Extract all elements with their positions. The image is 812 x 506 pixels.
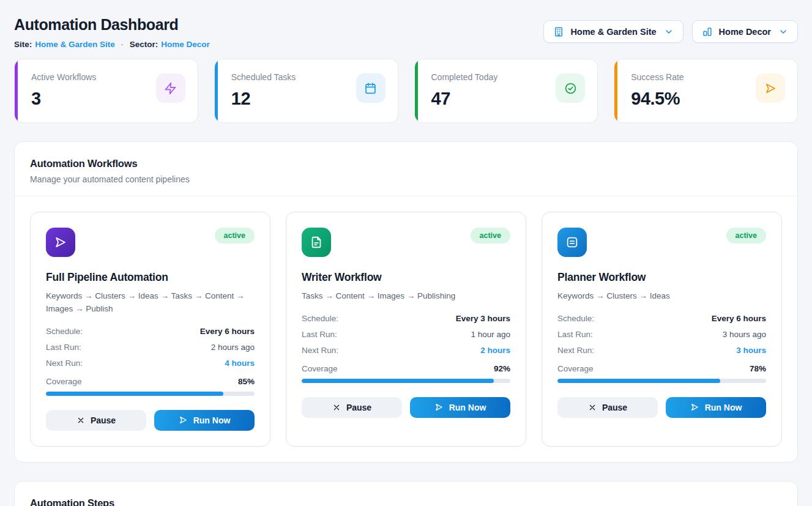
schedule-label: Schedule: bbox=[302, 314, 338, 323]
stat-card-success-rate: Success Rate 94.5% bbox=[614, 59, 798, 123]
last-run-value: 1 hour ago bbox=[471, 330, 510, 339]
building-icon bbox=[553, 26, 564, 37]
coverage-progress-fill bbox=[46, 392, 223, 396]
stat-value: 94.5% bbox=[631, 89, 683, 109]
sector-selector-label: Home Decor bbox=[719, 27, 771, 37]
workflow-meta: Schedule: Every 6 hours Last Run: 3 hour… bbox=[557, 314, 766, 355]
schedule-row: Schedule: Every 6 hours bbox=[46, 327, 255, 336]
breadcrumb: Site: Home & Garden Site · Sector: Home … bbox=[14, 40, 210, 49]
x-icon bbox=[332, 403, 341, 412]
lightning-icon bbox=[156, 73, 185, 103]
last-run-label: Last Run: bbox=[302, 330, 337, 339]
stat-label: Active Workflows bbox=[31, 72, 96, 82]
run-now-button[interactable]: Run Now bbox=[666, 397, 766, 418]
workflow-pipeline: Keywords → Clusters → Ideas bbox=[557, 290, 766, 303]
pause-button[interactable]: Pause bbox=[46, 410, 146, 431]
stat-text: Scheduled Tasks 12 bbox=[231, 72, 296, 109]
sector-selector-dropdown[interactable]: Home Decor bbox=[692, 20, 798, 43]
stat-card-scheduled-tasks: Scheduled Tasks 12 bbox=[214, 59, 398, 123]
schedule-label: Schedule: bbox=[557, 314, 594, 323]
coverage-row: Coverage 85% bbox=[46, 377, 255, 386]
next-run-value: 4 hours bbox=[225, 359, 255, 368]
schedule-value: Every 3 hours bbox=[456, 314, 510, 323]
workflow-title: Writer Workflow bbox=[302, 271, 510, 284]
next-run-value: 3 hours bbox=[736, 346, 766, 355]
coverage-progress-fill bbox=[302, 379, 494, 383]
coverage-label: Coverage bbox=[557, 364, 594, 373]
schedule-value: Every 6 hours bbox=[200, 327, 255, 336]
run-now-button[interactable]: Run Now bbox=[410, 397, 510, 418]
coverage-progress-bar bbox=[557, 379, 766, 383]
topbar: Automation Dashboard Site: Home & Garden… bbox=[14, 15, 798, 49]
pause-button[interactable]: Pause bbox=[557, 397, 658, 418]
next-run-value: 2 hours bbox=[480, 346, 510, 355]
coverage-row: Coverage 78% bbox=[557, 364, 766, 373]
workflows-section-header: Automation Workflows Manage your automat… bbox=[15, 142, 797, 196]
sector-link[interactable]: Home Decor bbox=[161, 40, 210, 49]
stats-row: Active Workflows 3 Scheduled Tasks 12 Co… bbox=[14, 59, 798, 123]
pause-label: Pause bbox=[91, 415, 116, 425]
pause-label: Pause bbox=[602, 403, 627, 412]
coverage-block: Coverage 78% bbox=[557, 364, 766, 383]
stat-text: Completed Today 47 bbox=[431, 72, 498, 109]
status-badge: active bbox=[726, 228, 766, 244]
site-label: Site: bbox=[14, 40, 32, 49]
workflow-title: Planner Workflow bbox=[557, 271, 766, 284]
stat-value: 3 bbox=[31, 89, 96, 109]
sector-label: Sector: bbox=[130, 40, 158, 49]
next-run-row: Next Run: 4 hours bbox=[46, 359, 255, 368]
section-title: Automation Steps bbox=[30, 497, 782, 506]
calendar-icon bbox=[356, 73, 386, 103]
send-icon bbox=[434, 403, 444, 412]
coverage-progress-bar bbox=[46, 392, 255, 396]
next-run-row: Next Run: 3 hours bbox=[557, 346, 766, 355]
separator-dot: · bbox=[121, 40, 124, 49]
workflow-title: Full Pipeline Automation bbox=[46, 271, 255, 284]
title-block: Automation Dashboard Site: Home & Garden… bbox=[14, 15, 210, 49]
site-selector-dropdown[interactable]: Home & Garden Site bbox=[543, 20, 683, 43]
coverage-progress-fill bbox=[557, 379, 720, 383]
stat-card-completed-today: Completed Today 47 bbox=[414, 59, 598, 123]
send-icon bbox=[690, 403, 699, 412]
next-run-label: Next Run: bbox=[46, 359, 83, 368]
section-title: Automation Workflows bbox=[30, 158, 782, 169]
workflow-actions: Pause Run Now bbox=[46, 410, 255, 431]
run-now-label: Run Now bbox=[193, 415, 231, 425]
run-now-button[interactable]: Run Now bbox=[154, 410, 255, 431]
schedule-label: Schedule: bbox=[46, 327, 83, 336]
send-icon bbox=[179, 415, 188, 425]
section-subtitle: Manage your automated content pipelines bbox=[30, 174, 782, 184]
coverage-label: Coverage bbox=[302, 364, 338, 373]
x-icon bbox=[76, 416, 85, 425]
chevron-down-icon bbox=[664, 27, 674, 37]
workflow-card-full-pipeline: active Full Pipeline Automation Keywords… bbox=[30, 212, 270, 447]
coverage-value: 78% bbox=[750, 364, 766, 373]
coverage-progress-bar bbox=[302, 379, 510, 383]
last-run-row: Last Run: 3 hours ago bbox=[557, 330, 766, 339]
last-run-label: Last Run: bbox=[557, 330, 593, 339]
last-run-row: Last Run: 1 hour ago bbox=[302, 330, 510, 339]
stat-value: 12 bbox=[231, 89, 296, 109]
pause-button[interactable]: Pause bbox=[302, 397, 402, 418]
workflow-card-top: active bbox=[46, 228, 255, 257]
workflow-actions: Pause Run Now bbox=[557, 397, 766, 418]
workflow-actions: Pause Run Now bbox=[302, 397, 510, 418]
coverage-value: 85% bbox=[238, 377, 255, 386]
send-icon bbox=[756, 73, 785, 103]
schedule-row: Schedule: Every 3 hours bbox=[302, 314, 510, 323]
pause-label: Pause bbox=[346, 403, 371, 412]
stat-value: 47 bbox=[431, 89, 498, 109]
file-text-icon bbox=[302, 228, 331, 257]
automation-dashboard-page: Automation Dashboard Site: Home & Garden… bbox=[0, 0, 812, 506]
steps-section-header: Automation Steps Configure which steps a… bbox=[15, 482, 797, 506]
list-icon bbox=[557, 228, 587, 257]
status-badge: active bbox=[471, 228, 510, 244]
site-link[interactable]: Home & Garden Site bbox=[35, 40, 115, 49]
next-run-label: Next Run: bbox=[557, 346, 594, 355]
workflow-card-grid: active Full Pipeline Automation Keywords… bbox=[15, 196, 797, 462]
site-selector-label: Home & Garden Site bbox=[570, 27, 656, 37]
chevron-down-icon bbox=[778, 27, 788, 37]
next-run-label: Next Run: bbox=[302, 346, 338, 355]
stat-text: Active Workflows 3 bbox=[31, 72, 96, 109]
stat-label: Completed Today bbox=[431, 72, 498, 82]
